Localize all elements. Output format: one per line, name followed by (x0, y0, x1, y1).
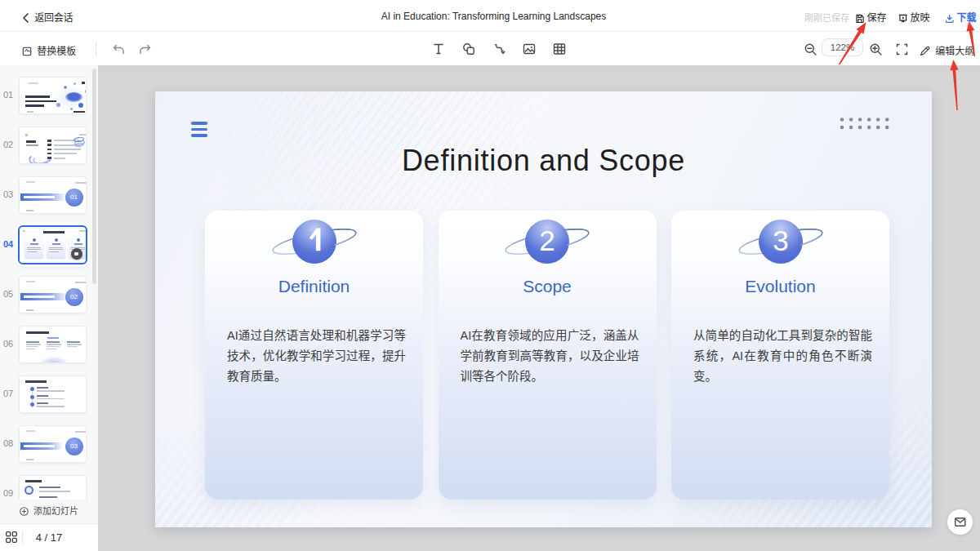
svg-text:2: 2 (539, 224, 555, 256)
svg-text:3: 3 (773, 224, 788, 256)
